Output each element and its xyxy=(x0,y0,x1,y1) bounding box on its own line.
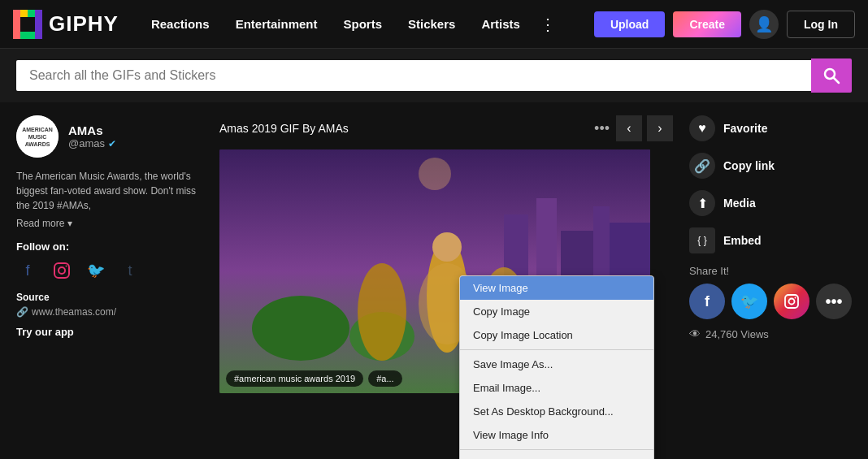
svg-point-38 xyxy=(795,297,796,299)
favorite-label: Favorite xyxy=(723,122,767,135)
facebook-icon[interactable]: f xyxy=(16,259,39,282)
profile-handle: @amas ✔ xyxy=(68,137,116,149)
search-bar xyxy=(0,49,868,102)
gif-options-button[interactable]: ••• xyxy=(594,120,610,137)
next-button[interactable]: › xyxy=(647,115,673,141)
gif-area: #american music awards 2019 #a... View I… xyxy=(219,149,673,393)
source-url: www.theamas.com/ xyxy=(32,306,116,318)
svg-point-21 xyxy=(66,266,67,267)
ctx-view-image-info[interactable]: View Image Info xyxy=(460,423,653,447)
handle-text: @amas xyxy=(68,137,105,149)
tumblr-icon[interactable]: t xyxy=(119,259,141,282)
svg-text:AMERICAN: AMERICAN xyxy=(22,127,53,132)
svg-rect-7 xyxy=(20,32,28,39)
avatar-image: AMERICAN MUSIC AWARDS xyxy=(16,115,59,158)
profile-section: AMERICAN MUSIC AWARDS AMAs @amas ✔ xyxy=(16,115,203,158)
svg-point-30 xyxy=(419,158,451,190)
gif-header: Amas 2019 GIF By AMAs ••• ‹ › xyxy=(219,115,673,141)
ctx-inspect-element[interactable]: Inspect Element xyxy=(460,453,653,459)
share-facebook-button[interactable]: f xyxy=(689,284,725,319)
ctx-copy-image[interactable]: Copy Image xyxy=(460,300,653,323)
tag-item[interactable]: #american music awards 2019 xyxy=(226,370,363,387)
search-icon xyxy=(822,67,840,84)
copy-link-button[interactable]: 🔗 Copy link xyxy=(689,153,852,179)
gif-title: Amas 2019 GIF By AMAs xyxy=(219,122,349,135)
copy-link-label: Copy link xyxy=(723,159,775,172)
nav-arrows: ‹ › xyxy=(616,115,673,141)
instagram-share-icon xyxy=(783,293,800,310)
svg-rect-0 xyxy=(13,10,20,17)
search-button[interactable] xyxy=(811,58,852,93)
share-instagram-button[interactable] xyxy=(774,284,809,319)
svg-rect-11 xyxy=(35,32,42,39)
svg-point-28 xyxy=(252,296,349,361)
heart-icon: ♥ xyxy=(689,115,715,141)
gif-content: Amas 2019 GIF By AMAs ••• ‹ › xyxy=(219,115,673,446)
nav-item-sports[interactable]: Sports xyxy=(330,11,395,37)
svg-rect-19 xyxy=(54,263,69,278)
svg-rect-5 xyxy=(13,24,20,32)
svg-rect-6 xyxy=(13,32,20,39)
logo[interactable]: GIPHY xyxy=(13,10,119,39)
tag-item-2[interactable]: #a... xyxy=(368,370,401,387)
twitter-icon[interactable]: 🐦 xyxy=(85,259,107,282)
eye-icon: 👁 xyxy=(689,327,701,340)
context-menu: View Image Copy Image Copy Image Locatio… xyxy=(459,275,654,459)
sidebar: AMERICAN MUSIC AWARDS AMAs @amas ✔ The A… xyxy=(16,115,203,446)
instagram-icon[interactable] xyxy=(50,259,73,282)
svg-rect-36 xyxy=(785,295,798,308)
main-content: AMERICAN MUSIC AWARDS AMAs @amas ✔ The A… xyxy=(0,102,868,459)
embed-icon: { } xyxy=(689,227,715,253)
nav-more-icon[interactable]: ⋮ xyxy=(533,8,562,41)
share-buttons: f 🐦 ••• xyxy=(689,284,852,319)
ctx-separator-2 xyxy=(460,449,653,450)
media-label: Media xyxy=(723,197,756,210)
embed-label: Embed xyxy=(723,234,762,247)
logo-text: GIPHY xyxy=(49,11,119,37)
avatar: AMERICAN MUSIC AWARDS xyxy=(16,115,59,158)
svg-text:MUSIC: MUSIC xyxy=(28,134,47,140)
chevron-down-icon: ▾ xyxy=(67,218,72,229)
source-section: Source 🔗 www.theamas.com/ xyxy=(16,292,203,318)
svg-point-20 xyxy=(59,267,65,274)
user-icon-button[interactable]: 👤 xyxy=(749,10,779,39)
header-actions: Upload Create 👤 Log In xyxy=(594,10,855,39)
svg-rect-4 xyxy=(13,17,20,24)
ctx-set-desktop[interactable]: Set As Desktop Background... xyxy=(460,400,653,423)
ctx-email-image[interactable]: Email Image... xyxy=(460,376,653,400)
svg-rect-3 xyxy=(35,10,42,17)
nav-item-entertainment[interactable]: Entertainment xyxy=(223,11,331,37)
login-button[interactable]: Log In xyxy=(787,11,855,38)
views-text: 24,760 Views xyxy=(705,328,769,340)
favorite-button[interactable]: ♥ Favorite xyxy=(689,115,852,141)
embed-button[interactable]: { } Embed xyxy=(689,227,852,253)
profile-name: AMAs xyxy=(68,123,116,137)
svg-line-14 xyxy=(834,78,840,84)
link-icon: 🔗 xyxy=(689,153,715,179)
create-button[interactable]: Create xyxy=(673,11,741,37)
svg-rect-10 xyxy=(35,24,42,32)
ctx-view-image[interactable]: View Image xyxy=(460,276,653,300)
nav-item-artists[interactable]: Artists xyxy=(468,11,533,37)
share-twitter-button[interactable]: 🐦 xyxy=(731,284,767,319)
nav-item-reactions[interactable]: Reactions xyxy=(138,11,223,37)
prev-button[interactable]: ‹ xyxy=(616,115,642,141)
svg-text:AWARDS: AWARDS xyxy=(25,141,50,147)
read-more-button[interactable]: Read more ▾ xyxy=(16,218,203,229)
search-input[interactable] xyxy=(16,60,811,91)
upload-button[interactable]: Upload xyxy=(594,11,665,37)
link-icon: 🔗 xyxy=(16,306,28,318)
ctx-copy-image-location[interactable]: Copy Image Location xyxy=(460,323,653,347)
nav-item-stickers[interactable]: Stickers xyxy=(395,11,468,37)
media-button[interactable]: ⬆ Media xyxy=(689,190,852,216)
source-link[interactable]: 🔗 www.theamas.com/ xyxy=(16,306,203,318)
share-section: Share It! f 🐦 ••• 👁 24,760 Views xyxy=(689,265,852,340)
ctx-save-image-as[interactable]: Save Image As... xyxy=(460,353,653,376)
share-more-button[interactable]: ••• xyxy=(816,284,852,319)
svg-rect-9 xyxy=(35,17,42,24)
svg-rect-2 xyxy=(28,10,35,17)
media-icon: ⬆ xyxy=(689,190,715,216)
svg-point-37 xyxy=(789,299,795,305)
verified-icon: ✔ xyxy=(108,138,116,149)
ctx-separator-1 xyxy=(460,349,653,350)
